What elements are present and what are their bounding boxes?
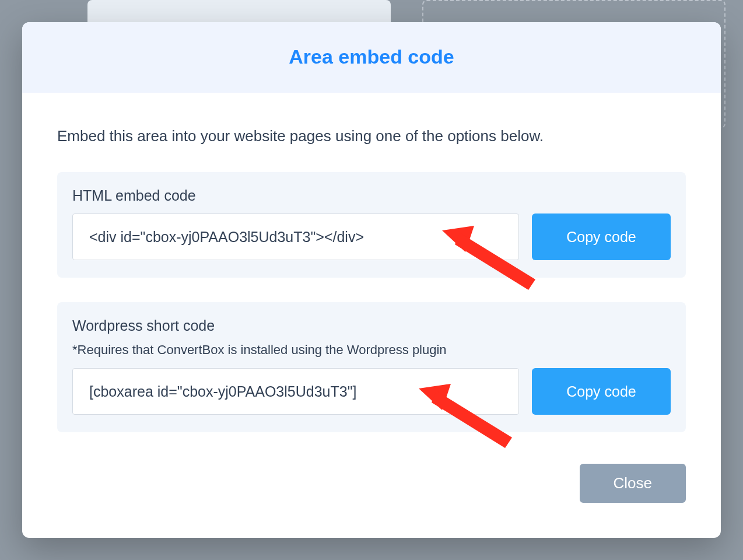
wordpress-shortcode-input[interactable]: [72, 368, 519, 415]
modal-header: Area embed code: [22, 22, 721, 93]
embed-code-modal: Area embed code Embed this area into you…: [22, 22, 721, 538]
intro-text: Embed this area into your website pages …: [57, 125, 686, 146]
html-embed-row: Copy code: [72, 214, 671, 260]
modal-footer: Close: [22, 464, 721, 538]
modal-body: Embed this area into your website pages …: [22, 93, 721, 464]
modal-title: Area embed code: [34, 46, 709, 68]
wordpress-shortcode-block: Wordpress short code *Requires that Conv…: [57, 302, 686, 432]
html-embed-block: HTML embed code Copy code: [57, 172, 686, 278]
html-embed-input[interactable]: [72, 214, 519, 260]
html-embed-label: HTML embed code: [72, 187, 671, 204]
wordpress-shortcode-label: Wordpress short code: [72, 317, 671, 334]
wordpress-shortcode-row: Copy code: [72, 368, 671, 415]
copy-html-button[interactable]: Copy code: [532, 214, 671, 260]
wordpress-shortcode-note: *Requires that ConvertBox is installed u…: [72, 342, 671, 358]
close-button[interactable]: Close: [580, 464, 686, 503]
copy-wordpress-button[interactable]: Copy code: [532, 368, 671, 415]
